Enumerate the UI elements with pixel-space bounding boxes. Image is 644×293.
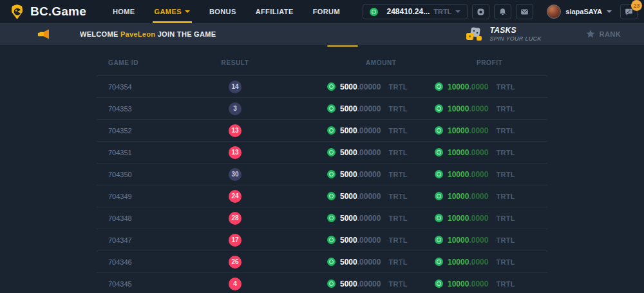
profit-currency: TRTL — [496, 236, 515, 244]
nav-item-bonus[interactable]: BONUS — [200, 0, 246, 23]
result-badge: 30 — [229, 168, 242, 181]
amount-currency: TRTL — [388, 105, 407, 113]
rank-widget[interactable]: RANK — [585, 29, 621, 39]
result-badge: 17 — [229, 234, 242, 247]
amount-cell: 5000.00000TRTL — [277, 170, 425, 179]
amount-cell: 5000.00000TRTL — [277, 258, 425, 267]
coin-icon — [327, 214, 336, 222]
coin-icon — [435, 170, 443, 178]
nav-item-games[interactable]: GAMES — [145, 0, 200, 23]
bets-table: GAME ID RESULT AMOUNT PROFIT 704354 14 5… — [97, 45, 547, 293]
profit-cell: 10000.0000TRTL — [425, 126, 547, 135]
amount-currency: TRTL — [388, 171, 407, 178]
game-id-cell: 704346 — [97, 258, 193, 266]
game-id-cell: 704351 — [97, 149, 193, 156]
nav-item-affiliate[interactable]: AFFILIATE — [246, 0, 303, 23]
table-row[interactable]: 704353 3 5000.00000TRTL 10000.0000TRTL — [97, 97, 547, 119]
result-cell: 24 — [193, 190, 277, 203]
table-row[interactable]: 704348 28 5000.00000TRTL 10000.0000TRTL — [97, 207, 547, 229]
result-cell: 13 — [193, 146, 277, 159]
brand[interactable]: BC.Game — [9, 4, 86, 20]
active-tab-indicator — [327, 45, 358, 47]
table-row[interactable]: 704351 13 5000.00000TRTL 10000.0000TRTL — [97, 141, 547, 163]
navbar-right: 248410.24... TRTL siapaSAYA — [363, 4, 638, 19]
tasks-widget[interactable]: TASKS SPIN YOUR LUCK — [465, 26, 542, 42]
profit-cell: 10000.0000TRTL — [425, 170, 547, 179]
result-badge: 13 — [229, 124, 242, 137]
profit-cell: 10000.0000TRTL — [425, 258, 547, 267]
result-cell: 30 — [193, 168, 277, 181]
amount-cell: 5000.00000TRTL — [277, 126, 425, 135]
coin-icon — [435, 192, 443, 200]
result-badge: 14 — [229, 80, 242, 93]
game-id-cell: 704350 — [97, 171, 193, 178]
nav-item-forum[interactable]: FORUM — [303, 0, 350, 23]
amount-cell: 5000.00000TRTL — [277, 192, 425, 201]
messages-button[interactable] — [516, 4, 533, 19]
chevron-down-icon — [455, 10, 460, 13]
table-row[interactable]: 704354 14 5000.00000TRTL 10000.0000TRTL — [97, 75, 547, 97]
amount-cell: 5000.00000TRTL — [277, 236, 425, 245]
game-id-cell: 704347 — [97, 236, 193, 244]
chevron-down-icon — [185, 10, 190, 13]
table-row[interactable]: 704346 26 5000.00000TRTL 10000.0000TRTL — [97, 250, 547, 272]
profit-cell: 10000.0000TRTL — [425, 82, 547, 91]
wallet-button[interactable] — [472, 4, 489, 19]
balance-selector[interactable]: 248410.24... TRTL — [363, 4, 468, 19]
amount-cell: 5000.00000TRTL — [277, 279, 425, 288]
amount-currency: TRTL — [388, 149, 407, 156]
coin-icon — [435, 279, 443, 288]
amount-currency: TRTL — [388, 236, 407, 244]
amount-cell: 5000.00000TRTL — [277, 148, 425, 157]
bell-icon — [498, 7, 507, 17]
result-cell: 26 — [193, 256, 277, 269]
result-cell: 14 — [193, 80, 277, 93]
nav-item-home[interactable]: HOME — [103, 0, 145, 23]
profit-cell: 10000.0000TRTL — [425, 214, 547, 223]
top-navbar: BC.Game HOME GAMES BONUS AFFILIATE FORUM… — [0, 0, 644, 23]
tasks-subtitle: SPIN YOUR LUCK — [490, 35, 542, 42]
amount-currency: TRTL — [388, 193, 407, 200]
result-badge: 26 — [229, 256, 242, 269]
profit-currency: TRTL — [496, 127, 515, 135]
amount-currency: TRTL — [388, 214, 407, 222]
result-badge: 13 — [229, 146, 242, 159]
profit-currency: TRTL — [496, 214, 515, 222]
table-row[interactable]: 704352 13 5000.00000TRTL 10000.0000TRTL — [97, 119, 547, 141]
profit-cell: 10000.0000TRTL — [425, 104, 547, 113]
header-profit: PROFIT — [425, 59, 547, 66]
profit-currency: TRTL — [496, 258, 515, 266]
amount-cell: 5000.00000TRTL — [277, 214, 425, 223]
amount-currency: TRTL — [388, 280, 407, 288]
balance-value: 248410.24... — [386, 7, 430, 16]
welcome-username: PaveLeon — [120, 30, 155, 38]
notifications-button[interactable] — [494, 4, 511, 19]
header-amount: AMOUNT — [277, 59, 425, 66]
wallet-icon — [476, 7, 486, 17]
chat-button[interactable]: 23 — [620, 4, 638, 19]
coin-icon — [435, 236, 443, 244]
result-cell: 4 — [193, 278, 277, 290]
chat-unread-badge: 23 — [631, 0, 642, 11]
main-nav: HOME GAMES BONUS AFFILIATE FORUM — [103, 0, 350, 23]
header-result: RESULT — [193, 59, 277, 66]
profit-currency: TRTL — [496, 171, 515, 178]
amount-cell: 5000.00000TRTL — [277, 82, 425, 91]
table-row[interactable]: 704347 17 5000.00000TRTL 10000.0000TRTL — [97, 229, 547, 250]
header-game-id: GAME ID — [97, 59, 193, 66]
bcgame-logo-icon — [9, 4, 25, 20]
coin-icon — [435, 82, 443, 91]
table-row[interactable]: 704350 30 5000.00000TRTL 10000.0000TRTL — [97, 163, 547, 185]
table-row[interactable]: 704345 4 5000.00000TRTL 10000.0000TRTL — [97, 272, 547, 293]
balance-currency: TRTL — [433, 8, 451, 15]
profit-cell: 10000.0000TRTL — [425, 148, 547, 157]
table-row[interactable]: 704349 24 5000.00000TRTL 10000.0000TRTL — [97, 185, 547, 207]
coin-icon — [435, 258, 443, 266]
table-body: 704354 14 5000.00000TRTL 10000.0000TRTL … — [97, 75, 547, 293]
result-cell: 13 — [193, 124, 277, 137]
amount-currency: TRTL — [388, 83, 407, 91]
coin-icon — [327, 192, 336, 200]
game-id-cell: 704354 — [97, 83, 193, 91]
profit-currency: TRTL — [496, 149, 515, 156]
user-menu[interactable]: siapaSAYA — [547, 5, 612, 19]
